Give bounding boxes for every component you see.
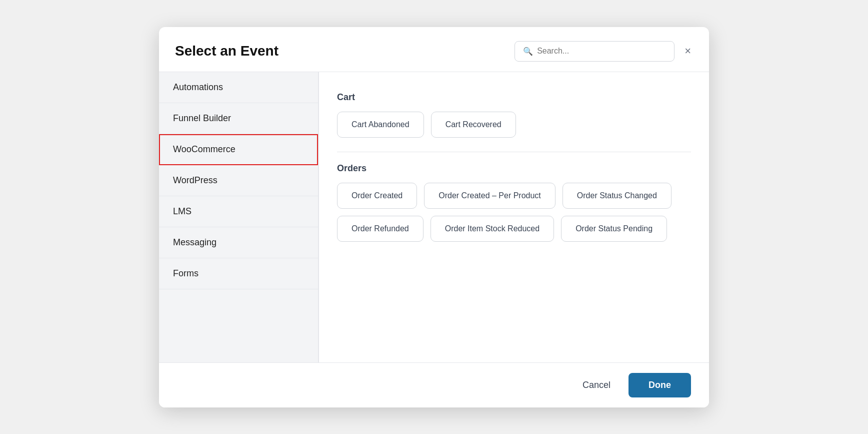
event-btn-cart-recovered[interactable]: Cart Recovered xyxy=(431,112,516,138)
search-icon: 🔍 xyxy=(523,47,533,56)
done-button[interactable]: Done xyxy=(628,373,691,397)
search-input[interactable] xyxy=(537,47,666,56)
sidebar-item-messaging[interactable]: Messaging xyxy=(159,227,318,258)
dialog-title: Select an Event xyxy=(175,43,278,59)
select-event-dialog: Select an Event 🔍 × AutomationsFunnel Bu… xyxy=(159,27,709,407)
event-btn-order-created-per-product[interactable]: Order Created – Per Product xyxy=(424,183,556,209)
sidebar-item-wordpress[interactable]: WordPress xyxy=(159,165,318,196)
search-box: 🔍 xyxy=(514,41,674,62)
sidebar: AutomationsFunnel BuilderWooCommerceWord… xyxy=(159,72,319,362)
dialog-footer: Cancel Done xyxy=(159,362,709,407)
close-button[interactable]: × xyxy=(682,44,693,59)
event-btn-order-created[interactable]: Order Created xyxy=(337,183,417,209)
sidebar-item-automations[interactable]: Automations xyxy=(159,72,318,103)
event-btn-order-refunded[interactable]: Order Refunded xyxy=(337,216,424,242)
event-grid-orders: Order CreatedOrder Created – Per Product… xyxy=(337,183,691,242)
sidebar-item-forms[interactable]: Forms xyxy=(159,258,318,289)
section-label-cart: Cart xyxy=(337,92,691,103)
main-content: CartCart AbandonedCart RecoveredOrdersOr… xyxy=(319,72,709,362)
dialog-header: Select an Event 🔍 × xyxy=(159,27,709,72)
event-btn-order-status-changed[interactable]: Order Status Changed xyxy=(562,183,672,209)
event-grid-cart: Cart AbandonedCart Recovered xyxy=(337,112,691,138)
sidebar-item-lms[interactable]: LMS xyxy=(159,196,318,227)
event-btn-cart-abandoned[interactable]: Cart Abandoned xyxy=(337,112,424,138)
sidebar-item-woocommerce[interactable]: WooCommerce xyxy=(159,134,318,165)
section-label-orders: Orders xyxy=(337,163,691,174)
header-right: 🔍 × xyxy=(514,41,693,62)
dialog-body: AutomationsFunnel BuilderWooCommerceWord… xyxy=(159,72,709,362)
section-divider-0 xyxy=(337,152,691,152)
sidebar-item-funnel-builder[interactable]: Funnel Builder xyxy=(159,103,318,134)
event-btn-order-item-stock-reduced[interactable]: Order Item Stock Reduced xyxy=(430,216,554,242)
event-btn-order-status-pending[interactable]: Order Status Pending xyxy=(561,216,667,242)
cancel-button[interactable]: Cancel xyxy=(572,375,620,395)
